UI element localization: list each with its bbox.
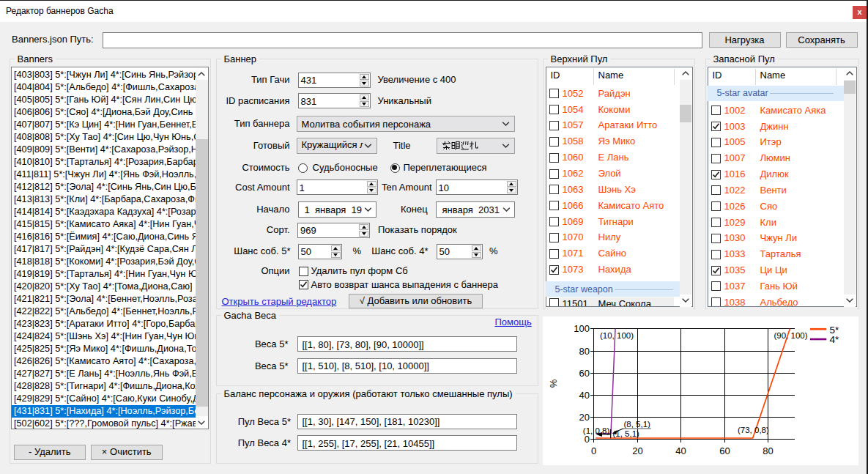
svg-text:5*: 5* <box>830 324 840 335</box>
svg-text:(8, 5,1): (8, 5,1) <box>624 420 651 429</box>
svg-text:80: 80 <box>763 445 773 456</box>
svg-text:(73, 0,8): (73, 0,8) <box>738 425 769 434</box>
svg-text:(90, 100): (90, 100) <box>774 330 808 339</box>
svg-text:40: 40 <box>579 390 590 401</box>
svg-text:%: % <box>548 379 559 388</box>
svg-text:0: 0 <box>591 445 596 456</box>
svg-text:20: 20 <box>579 412 590 423</box>
svg-text:60: 60 <box>719 445 730 456</box>
svg-text:(10, 100): (10, 100) <box>600 331 634 340</box>
svg-text:4*: 4* <box>830 334 840 345</box>
svg-text:80: 80 <box>579 346 590 357</box>
svg-text:20: 20 <box>632 445 642 456</box>
svg-text:60: 60 <box>579 368 590 379</box>
svg-text:40: 40 <box>675 445 686 456</box>
svg-text:0: 0 <box>585 434 590 445</box>
svg-text:100: 100 <box>574 323 590 334</box>
svg-text:(1, 0,8): (1, 0,8) <box>583 426 610 434</box>
